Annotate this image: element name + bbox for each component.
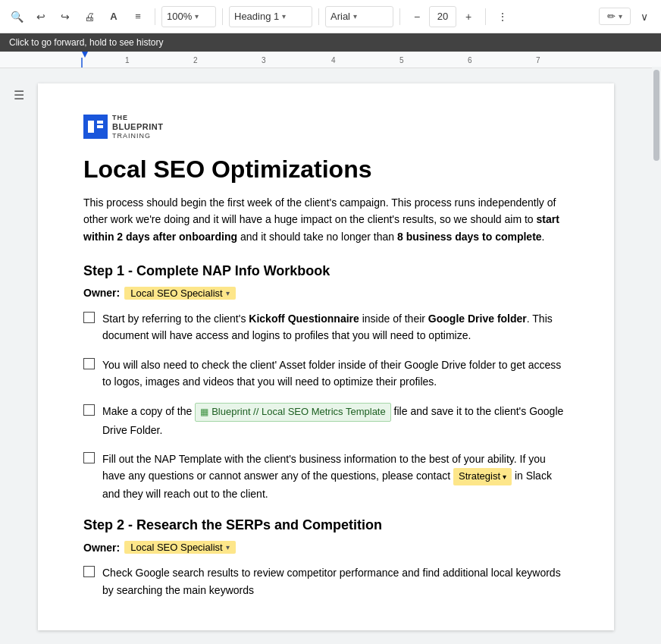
svg-rect-0 bbox=[0, 52, 661, 68]
checklist-item: You will also need to check the client' … bbox=[83, 357, 569, 391]
scrollbar-thumb[interactable] bbox=[653, 70, 659, 161]
list-icon[interactable]: ☰ bbox=[14, 88, 24, 102]
expand-button[interactable]: ∨ bbox=[634, 6, 655, 27]
checkbox[interactable] bbox=[83, 312, 95, 323]
svg-text:5: 5 bbox=[399, 56, 404, 64]
step1-owner-tag-arrow-icon: ▾ bbox=[226, 289, 230, 297]
bold-kickoff: Kickoff Questionnaire bbox=[249, 313, 359, 325]
spellcheck-button[interactable]: A bbox=[103, 6, 124, 27]
heading-select[interactable]: Heading 1 ▾ bbox=[229, 6, 312, 27]
svg-text:3: 3 bbox=[262, 56, 266, 64]
heading-value: Heading 1 bbox=[234, 11, 279, 22]
step2-owner-row: Owner: Local SEO Specialist ▾ bbox=[83, 541, 569, 554]
edit-pencil-icon: ✏ bbox=[607, 11, 616, 22]
file-chip[interactable]: ▦Blueprint // Local SEO Metrics Template bbox=[195, 403, 391, 422]
checklist-text: Check Google search results to review co… bbox=[102, 564, 569, 598]
step1-heading: Step 1 - Complete NAP Info Workbook bbox=[83, 263, 569, 279]
font-size-increase-button[interactable]: + bbox=[458, 6, 479, 27]
logo-box: THE BLUEPRINT TRAINING bbox=[83, 114, 569, 140]
strategist-tag-arrow-icon: ▾ bbox=[503, 471, 506, 483]
ruler: 1 2 3 4 5 6 7 bbox=[0, 52, 661, 68]
strategist-tag[interactable]: Strategist▾ bbox=[453, 468, 512, 485]
step1-checklist: Start by referring to the client's Kicko… bbox=[83, 310, 569, 503]
divider5 bbox=[485, 8, 486, 25]
scrollbar[interactable] bbox=[652, 67, 661, 644]
checkbox[interactable] bbox=[83, 358, 95, 369]
checklist-text: Start by referring to the client's Kicko… bbox=[102, 310, 569, 344]
divider2 bbox=[222, 8, 223, 25]
zoom-chevron-icon: ▾ bbox=[195, 12, 199, 20]
edit-chevron-icon: ▾ bbox=[619, 12, 622, 20]
checklist-text: Fill out the NAP Template with the clien… bbox=[102, 451, 569, 503]
more-options-button[interactable]: ⋮ bbox=[492, 6, 513, 27]
strategist-tag-text: Strategist bbox=[459, 469, 500, 485]
svg-text:2: 2 bbox=[193, 56, 198, 64]
print-button[interactable]: 🖨 bbox=[79, 6, 100, 27]
step2-owner-tag-text: Local SEO Specialist bbox=[130, 542, 222, 553]
intro-bold2: 8 business days to complete bbox=[397, 231, 542, 243]
spreadsheet-icon: ▦ bbox=[200, 405, 208, 419]
svg-text:6: 6 bbox=[468, 56, 472, 64]
logo-training-text: TRAINING bbox=[112, 132, 163, 140]
svg-rect-11 bbox=[88, 121, 94, 133]
search-button[interactable]: 🔍 bbox=[6, 6, 27, 27]
font-size-decrease-button[interactable]: − bbox=[406, 6, 428, 27]
svg-text:1: 1 bbox=[125, 56, 130, 64]
font-size-area: − 20 + bbox=[406, 6, 479, 27]
logo-the-text: THE bbox=[112, 114, 163, 122]
logo-area: THE BLUEPRINT TRAINING bbox=[83, 114, 569, 140]
checklist-item: Start by referring to the client's Kicko… bbox=[83, 310, 569, 344]
step2-owner-label: Owner: bbox=[83, 542, 120, 554]
step1-owner-tag[interactable]: Local SEO Specialist ▾ bbox=[124, 287, 235, 300]
checklist-item: Make a copy of the ▦Blueprint // Local S… bbox=[83, 403, 569, 438]
format-paint-button[interactable]: ≡ bbox=[127, 6, 149, 27]
divider4 bbox=[399, 8, 400, 25]
font-chevron-icon: ▾ bbox=[353, 12, 357, 20]
checklist-text: You will also need to check the client' … bbox=[102, 357, 569, 391]
divider3 bbox=[318, 8, 319, 25]
document-title: Local SEO Optimizations bbox=[83, 156, 569, 184]
step2-owner-tag[interactable]: Local SEO Specialist ▾ bbox=[124, 541, 235, 554]
checklist-text: Make a copy of the ▦Blueprint // Local S… bbox=[102, 403, 569, 438]
tooltip-bar: Click to go forward, hold to see history bbox=[0, 33, 661, 52]
checklist-item: Fill out the NAP Template with the clien… bbox=[83, 451, 569, 503]
checkbox[interactable] bbox=[83, 452, 95, 463]
step1-owner-tag-text: Local SEO Specialist bbox=[130, 287, 222, 299]
checkbox[interactable] bbox=[83, 404, 95, 416]
document-page: THE BLUEPRINT TRAINING Local SEO Optimiz… bbox=[38, 83, 614, 630]
font-size-value: 20 bbox=[437, 11, 448, 22]
toolbar-right: ✏ ▾ ∨ bbox=[599, 6, 655, 27]
edit-button[interactable]: ✏ ▾ bbox=[599, 8, 631, 25]
font-value: Arial bbox=[330, 11, 350, 22]
step2-owner-tag-arrow-icon: ▾ bbox=[226, 543, 230, 551]
font-select[interactable]: Arial ▾ bbox=[325, 6, 393, 27]
divider1 bbox=[155, 8, 155, 25]
logo-icon bbox=[83, 115, 108, 139]
step2-heading: Step 2 - Research the SERPs and Competit… bbox=[83, 517, 569, 533]
document-intro: This process should begin the first week… bbox=[83, 194, 569, 245]
file-chip-text: Blueprint // Local SEO Metrics Template bbox=[211, 404, 386, 420]
bold-drive: Google Drive folder bbox=[428, 313, 527, 325]
step1-owner-row: Owner: Local SEO Specialist ▾ bbox=[83, 287, 569, 300]
left-sidebar: ☰ bbox=[0, 83, 38, 630]
logo-blueprint-text: BLUEPRINT bbox=[112, 122, 163, 132]
redo-button[interactable]: ↪ bbox=[55, 6, 76, 27]
svg-rect-12 bbox=[97, 121, 103, 124]
checklist-item: Check Google search results to review co… bbox=[83, 564, 569, 598]
svg-rect-10 bbox=[83, 115, 108, 139]
font-size-box: 20 bbox=[429, 6, 456, 27]
step1-owner-label: Owner: bbox=[83, 287, 120, 299]
svg-rect-13 bbox=[97, 125, 103, 128]
checkbox[interactable] bbox=[83, 566, 95, 577]
step2-checklist: Check Google search results to review co… bbox=[83, 564, 569, 598]
tooltip-text: Click to go forward, hold to see history bbox=[9, 37, 163, 48]
svg-text:4: 4 bbox=[331, 56, 336, 64]
svg-text:7: 7 bbox=[536, 56, 540, 64]
main-area: ☰ THE BLUEPRINT TRAINING bbox=[0, 68, 661, 644]
logo-text-block: THE BLUEPRINT TRAINING bbox=[112, 114, 163, 140]
heading-chevron-icon: ▾ bbox=[282, 12, 286, 20]
toolbar: 🔍 ↩ ↪ 🖨 A ≡ 100% ▾ Heading 1 ▾ Arial ▾ −… bbox=[0, 0, 661, 33]
zoom-select[interactable]: 100% ▾ bbox=[161, 6, 216, 27]
undo-button[interactable]: ↩ bbox=[30, 6, 52, 27]
zoom-value: 100% bbox=[167, 11, 192, 22]
